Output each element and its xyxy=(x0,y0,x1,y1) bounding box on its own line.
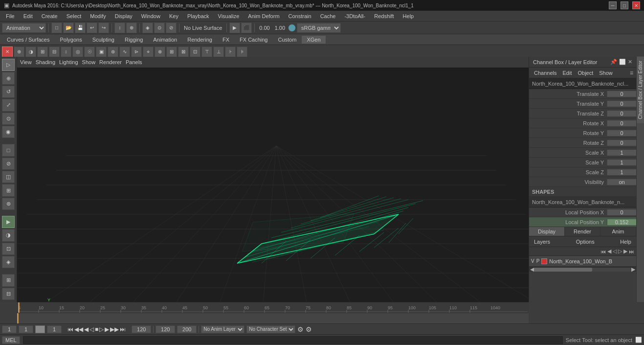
maximize-button[interactable]: □ xyxy=(621,1,628,9)
channel-box-close-btn[interactable]: ✕ xyxy=(628,59,632,65)
vp-menu-show[interactable]: Show xyxy=(82,59,96,65)
tool-icon-5[interactable]: ↕ xyxy=(61,46,71,57)
anim-options-btn[interactable]: ⚙ xyxy=(306,325,312,333)
scale-x-row[interactable]: Scale X 1 xyxy=(529,148,636,158)
close-button[interactable]: ✕ xyxy=(632,1,640,9)
go-end-btn[interactable]: ⏭ xyxy=(120,326,126,333)
prev-key-btn[interactable]: ◀◀ xyxy=(74,326,83,333)
menu-visualize[interactable]: Visualize xyxy=(214,12,244,20)
menu-anim-deform[interactable]: Anim Deform xyxy=(244,12,283,20)
vp-menu-shading[interactable]: Shading xyxy=(36,59,55,65)
playback-end-input[interactable] xyxy=(155,325,175,333)
tool-icon-12[interactable]: ⋄ xyxy=(143,46,154,57)
display-mode-btn[interactable]: □ xyxy=(2,144,15,156)
paint-button[interactable]: ⊘ xyxy=(166,23,177,33)
layers-scrollbar[interactable]: ◀ ▶ xyxy=(529,267,636,272)
rotate-x-row[interactable]: Rotate X 0 xyxy=(529,118,636,128)
tab-fx[interactable]: FX xyxy=(218,36,234,44)
menu-cache[interactable]: Cache xyxy=(316,12,340,20)
gamma-toggle[interactable] xyxy=(288,24,296,32)
scale-tool-btn[interactable]: ⤢ xyxy=(2,99,15,111)
tool-icon-1[interactable]: ⊕ xyxy=(14,46,24,57)
layers-menu-layers[interactable]: Layers xyxy=(532,239,552,245)
layer-nav-next-next[interactable]: ▶ xyxy=(623,248,627,254)
layer-nav-prev[interactable]: ◀ xyxy=(607,248,611,254)
scroll-thumb[interactable] xyxy=(534,268,592,272)
scale-y-value[interactable]: 1 xyxy=(607,160,636,165)
start-frame-input[interactable] xyxy=(2,325,17,333)
local-pos-y-value[interactable]: 0.152 xyxy=(607,219,636,225)
scale-x-value[interactable]: 1 xyxy=(607,150,636,156)
rotate-z-row[interactable]: Rotate Z 0 xyxy=(529,138,636,148)
tab-xgen[interactable]: XGen xyxy=(302,36,325,44)
scroll-track[interactable] xyxy=(534,268,631,272)
vp-menu-view[interactable]: View xyxy=(20,59,32,65)
menu-redshift[interactable]: Redshift xyxy=(370,12,398,20)
select-button[interactable]: ◈ xyxy=(142,23,153,33)
transform-button[interactable]: ↕ xyxy=(114,23,125,33)
menu-window[interactable]: Window xyxy=(137,12,164,20)
tool-icon-19[interactable]: ⊦ xyxy=(225,46,236,57)
channel-box-options-btn[interactable]: ≡ xyxy=(630,69,633,76)
undo-button[interactable]: ↩ xyxy=(87,23,97,33)
layers-menu-help[interactable]: Help xyxy=(618,239,633,245)
channel-box-tab[interactable]: Channel Box / Layer Editor xyxy=(637,57,644,123)
vp-menu-lighting[interactable]: Lighting xyxy=(59,59,78,65)
local-pos-x-row[interactable]: Local Position X 0 xyxy=(529,207,636,217)
menu-create[interactable]: Create xyxy=(38,12,62,20)
tab-anim[interactable]: Anim xyxy=(600,227,636,236)
translate-z-value[interactable]: 0 xyxy=(607,111,636,116)
tool-icon-6[interactable]: ◎ xyxy=(72,46,83,57)
layer-nav-next[interactable]: ▷ xyxy=(618,248,622,254)
cb-menu-edit[interactable]: Edit xyxy=(560,69,574,77)
layers-menu-options[interactable]: Options xyxy=(574,239,597,245)
max-frame-input[interactable] xyxy=(177,325,197,333)
xgen-icon-btn[interactable]: ✕ xyxy=(2,46,13,57)
camera-btn[interactable]: ◫ xyxy=(2,171,15,183)
layer-color-swatch[interactable] xyxy=(541,258,547,264)
rotate-x-value[interactable]: 0 xyxy=(607,120,636,126)
menu-display[interactable]: Display xyxy=(111,12,136,20)
render-btn-side[interactable]: ▶ xyxy=(2,216,15,228)
frame-slider-thumb[interactable] xyxy=(35,325,45,333)
translate-z-row[interactable]: Translate Z 0 xyxy=(529,109,636,118)
tool-icon-14[interactable]: ⊞ xyxy=(166,46,177,57)
tool-icon-2[interactable]: ◑ xyxy=(25,46,36,57)
select-tool-btn[interactable]: ▷ xyxy=(2,59,15,71)
layer-visibility-btn[interactable]: V xyxy=(531,258,534,264)
prev-frame-btn[interactable]: ◀ xyxy=(84,326,89,333)
tab-rendering[interactable]: Rendering xyxy=(182,36,217,44)
end-frame-input[interactable] xyxy=(132,325,151,333)
vp-menu-panels[interactable]: Panels xyxy=(126,59,142,65)
translate-x-row[interactable]: Translate X 0 xyxy=(529,89,636,99)
tool-icon-15[interactable]: ⊠ xyxy=(178,46,189,57)
rotate-y-row[interactable]: Rotate Y 0 xyxy=(529,128,636,138)
scroll-left-btn[interactable]: ◀ xyxy=(530,266,534,273)
scale-y-row[interactable]: Scale Y 1 xyxy=(529,158,636,167)
tool-icon-20[interactable]: ⊧ xyxy=(237,46,247,57)
command-input[interactable] xyxy=(23,336,563,344)
tool-icon-7[interactable]: ☉ xyxy=(84,46,95,57)
render-btn[interactable]: ▶ xyxy=(229,23,240,33)
cb-menu-channels[interactable]: Channels xyxy=(532,69,558,77)
lasso-button[interactable]: ⊙ xyxy=(154,23,165,33)
open-scene-button[interactable]: 📂 xyxy=(63,23,74,33)
smooth-shade-btn[interactable]: ◈ xyxy=(2,256,15,268)
save-scene-button[interactable]: 💾 xyxy=(75,23,86,33)
tool-icon-11[interactable]: ⊳ xyxy=(131,46,142,57)
tab-fx-caching[interactable]: FX Caching xyxy=(235,36,272,44)
anim-layer-select[interactable]: No Anim Layer xyxy=(201,325,244,333)
menu-modify[interactable]: Modify xyxy=(86,12,110,20)
tab-polygons[interactable]: Polygons xyxy=(55,36,87,44)
tab-animation[interactable]: Animation xyxy=(148,36,182,44)
rotate-z-value[interactable]: 0 xyxy=(607,140,636,146)
menu-constrain[interactable]: Constrain xyxy=(285,12,315,20)
gamma-select[interactable]: sRGB gamma xyxy=(297,23,341,33)
visibility-row[interactable]: Visibility on xyxy=(529,177,636,187)
cb-menu-object[interactable]: Object xyxy=(576,69,595,77)
visibility-value[interactable]: on xyxy=(607,179,636,185)
tab-rigging[interactable]: Rigging xyxy=(120,36,148,44)
local-pos-y-row[interactable]: Local Position Y 0.152 xyxy=(529,217,636,227)
soft-select-btn[interactable]: ◉ xyxy=(2,126,15,138)
attribute-btn[interactable]: ⊟ xyxy=(2,288,15,300)
